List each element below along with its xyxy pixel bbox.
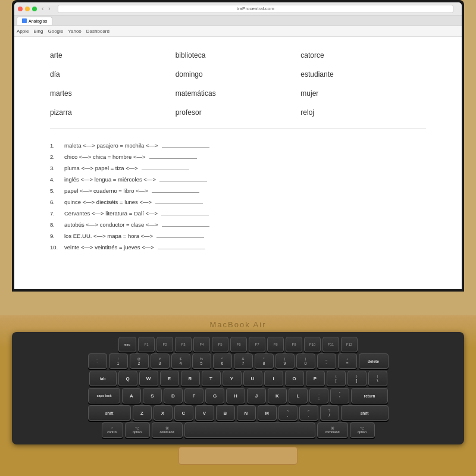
key-x[interactable]: X: [154, 405, 173, 421]
back-button[interactable]: ‹: [42, 5, 43, 12]
key-6[interactable]: ^6: [213, 353, 232, 369]
key-option-left[interactable]: ⌥option: [125, 422, 150, 438]
key-p[interactable]: P: [306, 371, 325, 386]
close-dot[interactable]: [18, 7, 23, 11]
ex-line-6[interactable]: [155, 203, 203, 204]
key-r[interactable]: R: [181, 371, 200, 386]
key-z[interactable]: Z: [133, 405, 152, 421]
key-v[interactable]: V: [195, 405, 214, 421]
exercise-9: 9. los EE.UU. <—> mapa = hora <—>: [50, 231, 426, 242]
key-y[interactable]: Y: [223, 371, 242, 386]
key-t[interactable]: T: [202, 371, 221, 386]
key-c[interactable]: C: [174, 405, 193, 421]
key-k[interactable]: K: [268, 388, 287, 403]
key-d[interactable]: D: [164, 388, 183, 403]
key-f10[interactable]: F10: [304, 337, 321, 352]
key-m[interactable]: M: [258, 405, 277, 421]
key-control[interactable]: ^control: [102, 422, 123, 438]
key-period[interactable]: >.: [299, 405, 318, 421]
active-tab[interactable]: Analogías: [17, 17, 52, 25]
key-e[interactable]: E: [160, 371, 179, 386]
key-n[interactable]: N: [237, 405, 256, 421]
key-f9[interactable]: F9: [286, 337, 302, 352]
key-quote[interactable]: "': [330, 388, 349, 403]
key-f11[interactable]: F11: [322, 337, 339, 352]
maximize-dot[interactable]: [32, 7, 37, 11]
url-bar[interactable]: traProcentral.com: [58, 5, 453, 13]
bookmark-bing[interactable]: Bing: [33, 29, 43, 34]
key-f6[interactable]: F6: [230, 337, 247, 352]
key-u[interactable]: U: [243, 371, 262, 386]
ex-line-4[interactable]: [159, 181, 207, 181]
key-f[interactable]: F: [184, 388, 203, 403]
key-shift-right[interactable]: shift: [341, 405, 389, 421]
keyboard: esc F1 F2 F3 F4 F5 F6 F7 F8 F9 F10 F11 F…: [12, 332, 464, 444]
key-i[interactable]: I: [264, 371, 283, 386]
key-command-right[interactable]: ⌘command: [317, 422, 348, 438]
key-o[interactable]: O: [285, 371, 304, 386]
key-8[interactable]: *8: [255, 353, 274, 369]
forward-button[interactable]: ›: [48, 5, 50, 12]
ex-line-1[interactable]: [162, 147, 209, 148]
exercise-2: 2. chico <—> chica = hombre <—>: [50, 152, 426, 162]
key-option-right[interactable]: ⌥option: [350, 422, 375, 438]
key-comma[interactable]: <,: [278, 405, 298, 421]
ex-line-2[interactable]: [149, 158, 197, 159]
key-1[interactable]: !1: [109, 353, 128, 369]
key-space[interactable]: [184, 422, 315, 438]
bookmark-dashboard[interactable]: Dashboard: [86, 29, 109, 34]
key-f12[interactable]: F12: [341, 337, 358, 352]
key-command-left[interactable]: ⌘command: [152, 422, 183, 438]
key-7[interactable]: &7: [234, 353, 253, 369]
key-caps-lock[interactable]: caps lock: [88, 388, 120, 403]
key-5[interactable]: %5: [192, 353, 211, 369]
key-backslash[interactable]: |\: [368, 371, 387, 386]
key-j[interactable]: J: [247, 388, 266, 403]
bookmark-google[interactable]: Google: [48, 29, 63, 34]
key-9[interactable]: (9: [275, 353, 295, 369]
key-4[interactable]: $4: [171, 353, 190, 369]
key-semicolon[interactable]: :;: [309, 388, 328, 403]
key-delete[interactable]: delete: [359, 353, 389, 369]
key-bracket-open[interactable]: {[: [327, 371, 346, 386]
key-esc[interactable]: esc: [118, 337, 136, 352]
word-grid: arte biblioteca catorce día domingo estu…: [50, 49, 426, 129]
key-g[interactable]: G: [205, 388, 224, 403]
bookmark-apple[interactable]: Apple: [17, 29, 29, 34]
key-return[interactable]: return: [351, 388, 388, 403]
key-tab[interactable]: tab: [89, 371, 117, 386]
ex-line-8[interactable]: [162, 226, 209, 227]
key-f2[interactable]: F2: [156, 337, 173, 352]
ex-line-9[interactable]: [156, 237, 204, 238]
key-f1[interactable]: F1: [138, 337, 155, 352]
key-a[interactable]: A: [122, 388, 141, 403]
key-3[interactable]: #3: [151, 353, 170, 369]
ex-line-7[interactable]: [161, 215, 209, 215]
key-2[interactable]: @2: [130, 353, 149, 369]
trackpad[interactable]: [178, 447, 298, 465]
key-equals[interactable]: +=: [338, 353, 357, 369]
ex-line-5[interactable]: [152, 192, 199, 193]
key-f4[interactable]: F4: [193, 337, 210, 352]
key-shift-left[interactable]: shift: [88, 405, 131, 421]
bookmark-yahoo[interactable]: Yahoo: [68, 29, 82, 34]
ex-line-3[interactable]: [142, 170, 189, 170]
key-minus[interactable]: _-: [317, 353, 336, 369]
key-l[interactable]: L: [289, 388, 308, 403]
key-f7[interactable]: F7: [249, 337, 265, 352]
key-b[interactable]: B: [216, 405, 235, 421]
key-f5[interactable]: F5: [212, 337, 228, 352]
key-q[interactable]: Q: [118, 371, 137, 386]
minimize-dot[interactable]: [25, 7, 30, 11]
key-0[interactable]: )0: [296, 353, 315, 369]
key-h[interactable]: H: [226, 388, 245, 403]
key-f8[interactable]: F8: [267, 337, 284, 352]
key-bracket-close[interactable]: }]: [347, 371, 367, 386]
key-slash[interactable]: ?/: [320, 405, 339, 421]
key-f3[interactable]: F3: [175, 337, 192, 352]
ex-num-2: 2.: [50, 152, 62, 162]
ex-line-10[interactable]: [158, 249, 205, 249]
key-tilde[interactable]: ~`: [88, 353, 107, 369]
key-s[interactable]: S: [143, 388, 162, 403]
key-w[interactable]: W: [139, 371, 158, 386]
